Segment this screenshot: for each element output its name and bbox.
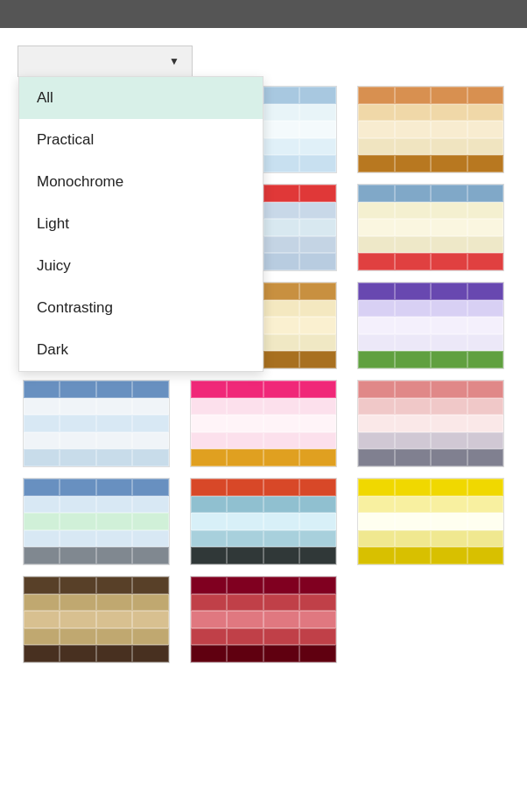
table-cell <box>60 398 96 416</box>
table-cell <box>132 628 169 646</box>
table-cell <box>60 449 96 466</box>
table-style-6[interactable] <box>357 184 504 271</box>
table-style-12[interactable] <box>357 380 504 467</box>
table-cell <box>395 415 432 432</box>
dropdown-option-monochrome[interactable]: Monochrome <box>19 161 263 203</box>
table-cell <box>358 479 395 496</box>
dropdown-option-contrasting[interactable]: Contrasting <box>19 287 263 329</box>
table-cell <box>358 253 395 270</box>
table-cell <box>358 547 395 564</box>
table-cell <box>60 415 96 432</box>
table-cell <box>24 594 60 612</box>
dropdown-option-practical[interactable]: Practical <box>19 119 263 161</box>
table-cell <box>132 381 169 398</box>
table-cell <box>299 381 336 398</box>
table-cell <box>96 611 133 628</box>
table-cell <box>395 547 432 564</box>
table-cell <box>96 547 133 564</box>
table-cell <box>191 645 228 662</box>
table-cell <box>132 415 169 432</box>
table-cell <box>299 611 336 628</box>
table-cell <box>132 547 169 564</box>
table-style-14[interactable] <box>190 478 337 565</box>
dropdown-option-dark[interactable]: Dark <box>19 329 263 371</box>
table-cell <box>132 496 169 514</box>
table-style-17[interactable] <box>190 576 337 663</box>
table-cell <box>395 219 432 236</box>
table-cell <box>299 185 336 202</box>
table-cell <box>24 530 60 548</box>
table-cell <box>227 398 264 416</box>
table-cell <box>132 530 169 548</box>
dropdown-option-light[interactable]: Light <box>19 203 263 245</box>
table-cell <box>227 645 264 662</box>
table-cell <box>431 283 467 300</box>
table-cell <box>431 496 467 514</box>
table-cell <box>467 121 504 138</box>
table-cell <box>264 577 300 594</box>
dropdown-option-juicy[interactable]: Juicy <box>19 245 263 287</box>
table-cell <box>299 398 336 416</box>
table-cell <box>299 87 336 104</box>
table-cell <box>431 317 467 334</box>
table-cell <box>299 496 336 514</box>
table-cell <box>299 300 336 318</box>
table-cell <box>264 334 300 352</box>
table-cell <box>358 398 395 416</box>
table-cell <box>227 628 264 646</box>
dropdown-header[interactable]: ▼ <box>18 46 192 76</box>
table-style-11[interactable] <box>190 380 337 467</box>
dropdown-arrow-icon: ▼ <box>169 55 179 67</box>
table-cell <box>358 121 395 138</box>
table-cell <box>132 594 169 612</box>
table-cell <box>264 432 300 450</box>
table-cell <box>264 253 300 270</box>
table-cell <box>395 381 432 398</box>
table-cell <box>191 628 228 646</box>
table-cell <box>264 479 300 496</box>
table-cell <box>467 334 504 352</box>
table-cell <box>431 334 467 352</box>
table-cell <box>191 577 228 594</box>
table-cell <box>395 253 432 270</box>
table-cell <box>467 449 504 466</box>
table-cell <box>264 219 300 236</box>
table-cell <box>60 611 96 628</box>
table-cell <box>358 317 395 334</box>
table-cell <box>431 530 467 548</box>
table-cell <box>395 334 432 352</box>
filter-dropdown[interactable]: ▼ All Practical Monochrome Light Juicy C… <box>18 46 193 77</box>
table-cell <box>467 300 504 318</box>
table-cell <box>299 577 336 594</box>
table-cell <box>395 300 432 318</box>
table-style-16[interactable] <box>23 576 170 663</box>
table-cell <box>431 398 467 416</box>
table-cell <box>24 479 60 496</box>
table-cell <box>191 611 228 628</box>
table-cell <box>96 530 133 548</box>
table-cell <box>395 155 432 172</box>
table-cell <box>60 645 96 662</box>
table-cell <box>358 236 395 254</box>
table-cell <box>467 398 504 416</box>
table-style-9[interactable] <box>357 282 504 369</box>
table-cell <box>431 87 467 104</box>
table-cell <box>60 496 96 514</box>
table-cell <box>132 577 169 594</box>
table-cell <box>96 577 133 594</box>
table-cell <box>60 547 96 564</box>
table-style-15[interactable] <box>357 478 504 565</box>
table-cell <box>467 547 504 564</box>
table-style-10[interactable] <box>23 380 170 467</box>
table-cell <box>191 381 228 398</box>
table-cell <box>96 449 133 466</box>
table-cell <box>227 432 264 450</box>
table-cell <box>264 449 300 466</box>
table-cell <box>191 415 228 432</box>
table-cell <box>264 381 300 398</box>
table-cell <box>299 594 336 612</box>
dialog-body: ▼ All Practical Monochrome Light Juicy C… <box>0 28 527 812</box>
table-style-3[interactable] <box>357 86 504 173</box>
dropdown-option-all[interactable]: All <box>19 77 263 119</box>
table-style-13[interactable] <box>23 478 170 565</box>
